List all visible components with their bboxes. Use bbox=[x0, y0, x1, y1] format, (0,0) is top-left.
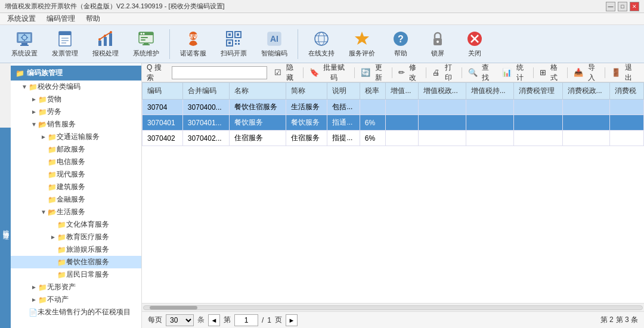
format-button[interactable]: ⊞ 格式 bbox=[536, 61, 565, 84]
col-abbr: 简称 bbox=[286, 83, 327, 100]
window-controls: — □ ✕ bbox=[606, 2, 639, 11]
tree-item-postal[interactable]: ► 📁 邮政服务 bbox=[11, 143, 141, 156]
left-badge[interactable]: 编码族管理 bbox=[0, 128, 11, 328]
smart-code-icon: AI bbox=[265, 30, 284, 48]
cell-ct2 bbox=[562, 100, 610, 115]
scroll-track[interactable] bbox=[143, 305, 643, 310]
batch-label: 批量赋码 bbox=[320, 63, 348, 83]
folder-icon: 📁 bbox=[57, 258, 66, 267]
toolbar-invoice-mgmt[interactable]: 发票管理 bbox=[45, 27, 85, 61]
toolbar-online-support[interactable]: 在线支持 bbox=[302, 27, 341, 61]
svg-marker-46 bbox=[355, 32, 369, 45]
total-label: 条 bbox=[197, 315, 205, 325]
toolbar-smart-code[interactable]: AI 智能编码 bbox=[255, 27, 294, 61]
cell-code: 30704 bbox=[143, 100, 183, 115]
folder-icon: 📄 bbox=[29, 308, 38, 317]
batch-assign-button[interactable]: 🔖 批量赋码 bbox=[306, 61, 352, 84]
toolbar-sys-settings[interactable]: 系统设置 bbox=[5, 27, 44, 61]
tree-item-telecom[interactable]: ► 📁 电信服务 bbox=[11, 156, 141, 168]
toolbar-close[interactable]: 关闭 bbox=[457, 27, 493, 61]
tree-item-finance[interactable]: ► 📁 金融服务 bbox=[11, 193, 141, 206]
table-row[interactable]: 3070401 3070401... 餐饮服务 餐饮服务 指通... 6% bbox=[143, 115, 644, 131]
menu-code-management[interactable]: 编码管理 bbox=[42, 13, 80, 25]
svg-rect-33 bbox=[228, 33, 231, 36]
toolbar-tax-process[interactable]: 报税处理 bbox=[86, 27, 125, 61]
exit-button[interactable]: 🚪 退出 bbox=[608, 61, 639, 84]
expand-icon: ▼ bbox=[20, 83, 29, 91]
svg-point-19 bbox=[110, 31, 112, 33]
tree-item-intangible[interactable]: ► 📁 无形资产 bbox=[11, 281, 141, 293]
folder-icon: 📁 bbox=[48, 183, 57, 191]
svg-rect-35 bbox=[228, 42, 231, 44]
svg-rect-37 bbox=[238, 40, 240, 42]
stats-button[interactable]: 📊 统计 bbox=[499, 61, 530, 84]
tree-item-culture[interactable]: ► 📁 文化体育服务 bbox=[11, 218, 141, 231]
tree-item-construction[interactable]: ► 📁 建筑服务 bbox=[11, 181, 141, 193]
tree-item-modern[interactable]: ► 📁 现代服务 bbox=[11, 168, 141, 181]
tree-item-real-estate[interactable]: ► 📁 不动产 bbox=[11, 293, 141, 306]
tree-label: 劳务 bbox=[47, 107, 61, 117]
svg-point-42 bbox=[315, 32, 328, 45]
svg-rect-34 bbox=[237, 33, 239, 36]
tree-label: 现代服务 bbox=[57, 169, 85, 180]
tree-item-daily[interactable]: ► 📁 居民日常服务 bbox=[11, 268, 141, 281]
print-button[interactable]: 🖨 打印 bbox=[429, 61, 459, 84]
maximize-button[interactable]: □ bbox=[618, 2, 627, 11]
folder-icon: 📁 bbox=[48, 196, 57, 204]
update-button[interactable]: 🔄 更新 bbox=[357, 61, 389, 84]
toolbar-help[interactable]: ? 帮助 bbox=[383, 27, 419, 61]
toolbar-help-label: 帮助 bbox=[394, 49, 407, 58]
scroll-thumb[interactable] bbox=[150, 306, 197, 310]
tree-item-non-taxable[interactable]: ► 📄 未发生销售行为的不征税项目 bbox=[11, 306, 141, 318]
query-button[interactable]: 🔍 查找 bbox=[465, 61, 496, 84]
per-page-select[interactable]: 30 50 100 bbox=[166, 314, 194, 326]
tree-label: 税收分类编码 bbox=[38, 82, 80, 92]
tree-item-tax-code[interactable]: ▼ 📁 税收分类编码 bbox=[11, 81, 141, 93]
expand-icon: ► bbox=[49, 233, 57, 242]
cell-name: 餐饮服务 bbox=[230, 115, 286, 131]
svg-rect-3 bbox=[20, 45, 29, 46]
svg-rect-2 bbox=[21, 43, 27, 45]
tree-item-transport[interactable]: ► 📁 交通运输服务 bbox=[11, 131, 141, 143]
expand-icon: ► bbox=[30, 296, 38, 304]
minimize-button[interactable]: — bbox=[606, 2, 615, 11]
prev-page-button[interactable]: ◄ bbox=[208, 314, 220, 326]
tree-item-goods[interactable]: ► 📁 货物 bbox=[11, 93, 141, 106]
query-icon: 🔍 bbox=[468, 68, 478, 77]
table-row[interactable]: 3070402 3070402... 住宿服务 住宿服务 指提... 6% bbox=[143, 131, 644, 146]
svg-rect-15 bbox=[104, 37, 107, 46]
format-icon: ⊞ bbox=[540, 68, 546, 77]
horizontal-scrollbar[interactable] bbox=[142, 303, 644, 311]
menu-system-settings[interactable]: 系统设置 bbox=[2, 13, 41, 25]
table-header-row: 编码 合并编码 名称 简称 说明 税率 增值... 增值税政... 增值税持..… bbox=[143, 83, 644, 100]
tree-item-catering[interactable]: ► 📁 餐饮住宿服务 bbox=[11, 256, 141, 268]
tree-label: 教育医疗服务 bbox=[66, 232, 109, 242]
cell-merge-code: 3070400... bbox=[182, 100, 230, 115]
toolbar-service-eval[interactable]: 服务评价 bbox=[342, 27, 382, 61]
tree-item-sales-service[interactable]: ▼ 📂 销售服务 bbox=[11, 118, 141, 131]
menu-help[interactable]: 帮助 bbox=[81, 13, 105, 25]
toolbar-nuonuo[interactable]: 诺诺 诺诺客服 bbox=[174, 27, 213, 61]
tree-item-life-service[interactable]: ▼ 📂 生活服务 bbox=[11, 206, 141, 218]
modify-button[interactable]: ✏ 修改 bbox=[395, 61, 424, 84]
next-page-button[interactable]: ► bbox=[286, 314, 298, 326]
table-row[interactable]: 30704 3070400... 餐饮住宿服务 生活服务 包括... bbox=[143, 100, 644, 115]
close-window-button[interactable]: ✕ bbox=[630, 2, 639, 11]
current-page-input[interactable] bbox=[234, 314, 258, 326]
folder-icon: 📁 bbox=[38, 283, 47, 292]
hide-button[interactable]: ☑ 隐藏 bbox=[271, 61, 301, 84]
toolbar-scan-label: 扫码开票 bbox=[221, 49, 247, 58]
col-note: 说明 bbox=[327, 83, 360, 100]
left-panel: 📁 编码族管理 ▼ 📁 税收分类编码 ► 📁 货物 ► 📁 劳务 ▼ 📂 销售服… bbox=[11, 63, 142, 328]
tree-item-tourism[interactable]: ► 📁 旅游娱乐服务 bbox=[11, 243, 141, 256]
toolbar-scan[interactable]: 扫码开票 bbox=[214, 27, 253, 61]
import-button[interactable]: 📥 导入 bbox=[570, 61, 602, 84]
tree-item-edu[interactable]: ► 📁 教育医疗服务 bbox=[11, 231, 141, 243]
svg-rect-26 bbox=[144, 43, 148, 44]
cell-merge-code: 3070401... bbox=[182, 115, 230, 131]
toolbar-sys-maintain[interactable]: 系统维护 bbox=[126, 27, 166, 61]
search-input[interactable] bbox=[172, 66, 267, 79]
tree-item-labor[interactable]: ► 📁 劳务 bbox=[11, 106, 141, 118]
toolbar-lock[interactable]: 锁屏 bbox=[420, 27, 456, 61]
invoice-mgmt-icon bbox=[55, 30, 75, 48]
